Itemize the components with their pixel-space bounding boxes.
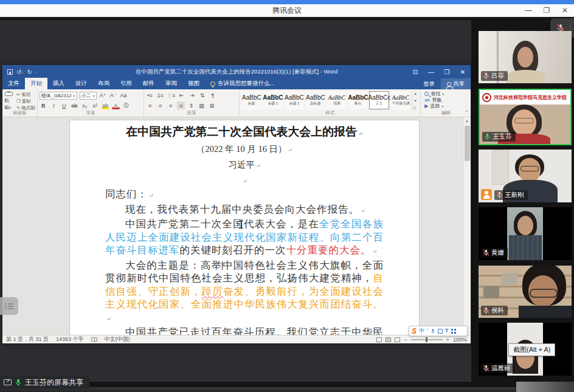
zoom-slider[interactable] [411, 339, 443, 340]
grow-font-icon[interactable]: A⁺ [99, 92, 107, 100]
chinese-mode-icon[interactable]: 中 [419, 328, 424, 334]
tab-review[interactable]: 审阅 [160, 78, 182, 89]
style-intense[interactable]: AaBbC要点 [348, 91, 368, 109]
decrease-indent-icon[interactable]: ⇤ [178, 92, 185, 100]
word-count[interactable]: 14363 个字 [56, 335, 84, 343]
navigation-handle[interactable] [0, 297, 18, 315]
zoom-level[interactable]: 100% [453, 337, 467, 343]
participant-tile-huangshan[interactable]: 黄姗 [479, 207, 572, 260]
copy-button[interactable]: ❐ 复制 [16, 98, 35, 105]
style-heading1[interactable]: AaBbC标题 1 [263, 91, 283, 109]
skin-icon[interactable]: T [445, 328, 449, 334]
qat-customize-icon[interactable]: ▾ [36, 70, 38, 74]
word-minimize-button[interactable]: — [423, 65, 439, 78]
subscript-icon[interactable]: x₂ [81, 101, 89, 109]
print-layout-icon[interactable] [386, 337, 391, 342]
style-emphasis[interactable]: AaBbC强调 [327, 91, 347, 109]
punctuation-icon[interactable]: ’ [427, 328, 428, 334]
style-subtle-emphasis[interactable]: AaBbC不明显强调 [390, 91, 410, 109]
undo-icon[interactable]: ↺▾ [16, 69, 23, 75]
read-mode-icon[interactable] [376, 337, 382, 342]
doc-date-line: （2022 年 10 月 16 日）↵ [105, 142, 384, 157]
toolbox-icon[interactable] [451, 329, 456, 334]
style-heading[interactable]: AaBbC标题 [241, 91, 261, 109]
tab-mailings[interactable]: 邮件 [137, 78, 160, 89]
zoom-out-icon[interactable]: − [404, 337, 407, 343]
ribbon-display-options-icon[interactable]: ⊡ [407, 65, 423, 78]
sign-in-button[interactable]: 登录 [417, 80, 441, 88]
web-layout-icon[interactable] [395, 337, 400, 342]
proofing-icon[interactable] [91, 337, 97, 342]
scrollbar-thumb[interactable] [465, 126, 470, 161]
participant-name: 黄姗 [491, 249, 504, 257]
paragraph-mark-icon[interactable]: ¶ [209, 92, 216, 100]
replace-button[interactable]: ab替换 [424, 97, 469, 103]
tab-file[interactable]: 文件 [2, 78, 25, 89]
style-subtitle[interactable]: AaBbC副标题 [305, 91, 325, 109]
page-indicator[interactable]: 第 1 页，共 31 页 [6, 335, 49, 343]
redo-icon[interactable]: ↻ [27, 69, 32, 75]
font-name-combobox[interactable]: 楷体_GB2312▾ [40, 92, 77, 100]
underline-icon[interactable]: U [60, 101, 68, 109]
borders-icon[interactable]: ⊞ [208, 101, 216, 109]
soft-keyboard-icon[interactable] [438, 329, 443, 334]
tab-references[interactable]: 引用 [115, 78, 137, 89]
doc-paragraph: 大会的主题是：高举中国特色社会主义伟大旗帜，全面贯彻新时代中国特色社会主义思想，… [105, 259, 384, 326]
shrink-font-icon[interactable]: A⁻ [109, 92, 117, 100]
styles-gallery-scroll[interactable]: ▲▼≡ [412, 91, 418, 111]
numbering-icon[interactable]: 1≡ [156, 92, 164, 100]
zoom-slider-thumb[interactable] [426, 337, 427, 342]
cut-button[interactable]: ✂ 剪切 [16, 92, 35, 98]
scroll-up-icon[interactable]: ▲ [463, 117, 471, 125]
align-left-icon[interactable]: ≡ [146, 101, 154, 109]
tab-home[interactable]: 开始 [25, 78, 47, 89]
style-normal[interactable]: AaBbCc正文 [369, 91, 389, 109]
change-case-icon[interactable]: Aa [120, 92, 128, 100]
font-color-icon[interactable]: A [112, 101, 120, 109]
participant-tile-houke[interactable]: 侯科 [479, 266, 572, 318]
text-highlight-icon[interactable]: ab [102, 101, 109, 109]
collapse-ribbon-icon[interactable]: ⌃ [465, 110, 469, 115]
sogou-input-toolbar[interactable]: S 中 ’ T [409, 326, 468, 336]
increase-indent-icon[interactable]: ⇥ [188, 92, 196, 100]
lightbulb-icon [210, 81, 215, 86]
word-close-button[interactable]: ✕ [455, 65, 471, 78]
paste-button[interactable]: 粘贴▾ [4, 92, 14, 111]
tab-insert[interactable]: 插入 [47, 78, 70, 89]
style-heading2[interactable]: AaBbC标题 2 [284, 91, 304, 109]
shading-icon[interactable]: ▨ [198, 101, 206, 109]
zoom-in-icon[interactable]: + [446, 337, 449, 343]
voice-input-icon[interactable] [431, 328, 435, 334]
participant-tile-lvfei[interactable]: 吕菲 [479, 31, 572, 83]
language-indicator[interactable]: 中文(中国) [105, 335, 130, 343]
screen-share-badge[interactable]: 王玉芬的屏幕共享 [0, 376, 89, 389]
vertical-scrollbar[interactable]: ▲ [463, 117, 471, 335]
justify-icon[interactable]: ≡ [177, 101, 185, 109]
share-button[interactable]: 共享 [441, 78, 471, 89]
line-spacing-icon[interactable]: ⇕ [187, 101, 195, 109]
tab-view[interactable]: 视图 [182, 78, 205, 89]
save-icon[interactable] [7, 69, 13, 75]
participant-tile-wangxingang[interactable]: 王新刚 [479, 150, 572, 202]
find-button[interactable]: 查找▾ [424, 91, 469, 97]
align-center-icon[interactable]: ≡ [156, 101, 164, 109]
tab-design[interactable]: 设计 [70, 78, 92, 89]
bold-icon[interactable]: B [40, 101, 47, 109]
select-button[interactable]: ▶选择▾ [424, 103, 469, 109]
word-restore-button[interactable]: ❐ [439, 65, 455, 78]
font-size-combobox[interactable]: 小二▾ [80, 92, 97, 100]
sogou-logo-icon[interactable]: S [412, 328, 417, 335]
participant-tile-wangyufen-active-speaker[interactable]: 河北科技师范学院马克思主义学院 王玉芬 [479, 89, 572, 145]
italic-icon[interactable]: I [50, 101, 58, 109]
document-page[interactable]: 在中国共产党第二十次全国代表大会上的报告↵ （2022 年 10 月 16 日）… [69, 120, 420, 335]
sort-icon[interactable]: ⇅ [198, 92, 206, 100]
tab-layout[interactable]: 布局 [92, 78, 115, 89]
align-right-icon[interactable]: ≡ [167, 101, 175, 109]
multilevel-list-icon[interactable]: ⋮≡ [167, 92, 175, 100]
mic-on-icon [484, 133, 491, 140]
character-border-icon[interactable]: Ⓐ [122, 101, 130, 109]
tell-me-box[interactable]: 告诉我您想要做什么... [205, 78, 280, 89]
strikethrough-icon[interactable]: ab [71, 101, 78, 109]
bullets-icon[interactable]: •≡ [146, 92, 154, 100]
superscript-icon[interactable]: x² [91, 101, 99, 109]
